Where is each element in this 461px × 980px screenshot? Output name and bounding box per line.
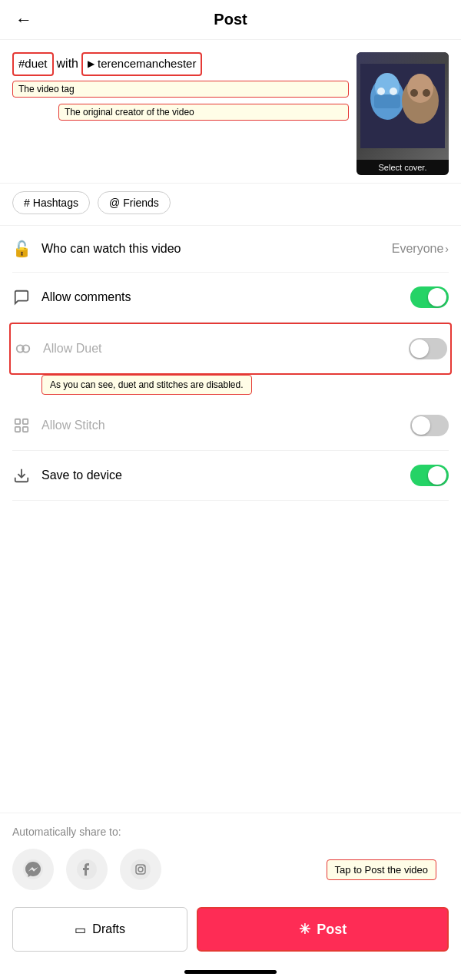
save-to-device-label: Save to device bbox=[41, 468, 400, 482]
thumb-svg bbox=[360, 64, 445, 148]
save-to-device-row: Save to device bbox=[12, 451, 449, 501]
share-label: Automatically share to: bbox=[12, 826, 449, 838]
share-icons-row bbox=[12, 849, 161, 890]
select-cover-label[interactable]: Select cover. bbox=[357, 160, 449, 175]
post-sparkle-icon: ✳ bbox=[299, 921, 310, 938]
svg-point-7 bbox=[407, 74, 433, 103]
creator-box[interactable]: ▶ terencemanchester bbox=[81, 52, 202, 76]
drafts-button[interactable]: ▭ Drafts bbox=[12, 907, 187, 952]
duet-icon bbox=[14, 339, 32, 358]
middle-spacer bbox=[0, 501, 461, 813]
comment-icon bbox=[12, 288, 31, 306]
drafts-label: Drafts bbox=[92, 922, 125, 936]
messenger-icon[interactable] bbox=[12, 849, 54, 890]
who-can-watch-value: Everyone › bbox=[392, 242, 449, 256]
svg-point-9 bbox=[423, 89, 430, 97]
allow-duet-row: Allow Duet bbox=[14, 324, 447, 373]
settings-section: 🔓 Who can watch this video Everyone › Al… bbox=[0, 226, 461, 501]
svg-rect-13 bbox=[23, 419, 28, 424]
svg-point-19 bbox=[131, 859, 151, 879]
header: ← Post bbox=[0, 0, 461, 40]
facebook-icon[interactable] bbox=[66, 849, 108, 890]
save-to-device-toggle[interactable] bbox=[410, 465, 449, 486]
svg-rect-12 bbox=[15, 419, 20, 424]
stitch-icon bbox=[12, 416, 31, 435]
svg-rect-15 bbox=[23, 427, 28, 432]
play-icon: ▶ bbox=[88, 57, 95, 71]
friends-label: Friends bbox=[123, 197, 159, 209]
friends-button[interactable]: @ Friends bbox=[98, 191, 171, 214]
caption-text: #duet with ▶ terencemanchester bbox=[12, 52, 349, 76]
toggle-knob bbox=[428, 288, 446, 306]
post-button[interactable]: ✳ Post bbox=[197, 907, 449, 952]
home-indicator bbox=[184, 970, 277, 974]
lock-icon: 🔓 bbox=[12, 240, 31, 258]
page-title: Post bbox=[214, 11, 247, 28]
svg-rect-3 bbox=[374, 94, 400, 108]
svg-rect-14 bbox=[15, 427, 20, 432]
toggle-knob-save bbox=[428, 466, 446, 485]
toggle-knob-duet bbox=[410, 339, 429, 358]
allow-duet-wrapper: Allow Duet As you can see, duet and stit… bbox=[12, 323, 449, 401]
allow-comments-row: Allow comments bbox=[12, 273, 449, 323]
allow-duet-label: Allow Duet bbox=[43, 342, 398, 356]
allow-stitch-label: Allow Stitch bbox=[41, 419, 400, 432]
allow-duet-toggle[interactable] bbox=[409, 338, 447, 359]
post-label: Post bbox=[317, 922, 347, 938]
drafts-icon: ▭ bbox=[75, 922, 86, 937]
allow-comments-label: Allow comments bbox=[41, 290, 400, 304]
back-button[interactable]: ← bbox=[15, 10, 32, 30]
video-tag-annotation: The video tag bbox=[12, 81, 349, 98]
hashtag-icon: # bbox=[24, 197, 30, 209]
tag-buttons-area: # Hashtags @ Friends bbox=[0, 184, 461, 226]
video-thumbnail[interactable]: Select cover. bbox=[357, 52, 449, 175]
svg-point-8 bbox=[410, 89, 418, 97]
at-icon: @ bbox=[109, 197, 120, 209]
duet-annotation: As you can see, duet and stitches are di… bbox=[41, 375, 252, 395]
bottom-buttons: ▭ Drafts ✳ Post bbox=[0, 898, 461, 967]
svg-point-5 bbox=[390, 88, 397, 95]
who-can-watch-label: Who can watch this video bbox=[41, 242, 381, 256]
toggle-knob-stitch bbox=[412, 416, 430, 435]
allow-comments-toggle[interactable] bbox=[410, 286, 449, 308]
caption-annotations: The video tag The original creator of th… bbox=[12, 76, 349, 121]
caption-input-block[interactable]: #duet with ▶ terencemanchester The video… bbox=[12, 52, 349, 121]
with-text: with bbox=[57, 55, 78, 73]
allow-duet-bordered: Allow Duet bbox=[9, 323, 452, 375]
creator-name: terencemanchester bbox=[98, 55, 196, 73]
share-section: Automatically share to: bbox=[0, 813, 461, 898]
duet-tag[interactable]: #duet bbox=[12, 52, 54, 76]
thumb-image bbox=[357, 52, 449, 160]
caption-area: #duet with ▶ terencemanchester The video… bbox=[0, 40, 461, 184]
allow-stitch-toggle[interactable] bbox=[410, 415, 449, 436]
hashtags-label: Hashtags bbox=[33, 197, 78, 209]
download-icon bbox=[12, 466, 31, 485]
who-can-watch-row[interactable]: 🔓 Who can watch this video Everyone › bbox=[12, 226, 449, 273]
chevron-right-icon: › bbox=[445, 243, 449, 255]
svg-point-22 bbox=[144, 866, 145, 867]
allow-stitch-row: Allow Stitch bbox=[12, 401, 449, 451]
instagram-icon[interactable] bbox=[120, 849, 161, 890]
svg-point-4 bbox=[377, 88, 385, 95]
post-annotation: Tap to Post the video bbox=[327, 859, 436, 880]
hashtags-button[interactable]: # Hashtags bbox=[12, 191, 90, 214]
creator-annotation: The original creator of the video bbox=[58, 104, 349, 121]
